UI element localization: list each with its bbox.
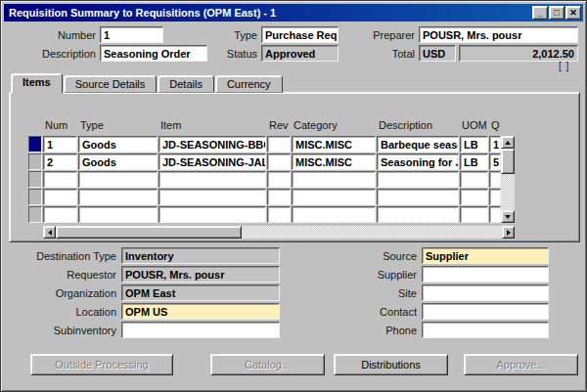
column-header-type: Type [80, 119, 104, 131]
type-field[interactable]: Purchase Req [261, 26, 339, 43]
cell-category[interactable]: MISC.MISC [292, 153, 376, 170]
cell-num[interactable] [43, 171, 77, 188]
cell-quantity[interactable]: 5 [489, 153, 501, 170]
cell-rev[interactable] [267, 171, 291, 188]
horizontal-scroll-track[interactable] [242, 226, 502, 239]
status-field: Approved [261, 45, 339, 62]
scroll-up-icon[interactable] [501, 136, 515, 149]
description-field[interactable]: Seasoning Order [100, 45, 207, 62]
subinventory-field[interactable] [121, 322, 280, 338]
cell-type[interactable]: Goods [78, 153, 158, 170]
cell-uom[interactable] [460, 189, 488, 205]
row-selector[interactable] [28, 171, 42, 188]
location-field[interactable]: OPM US [121, 303, 280, 320]
contact-label: Contact [314, 306, 417, 318]
cell-num[interactable]: 2 [43, 153, 77, 170]
total-amount-field: 2,012.50 [459, 45, 578, 62]
close-icon[interactable]: ✕ [565, 6, 581, 20]
cell-category[interactable]: MISC.MISC [292, 136, 376, 152]
row-selector[interactable] [28, 206, 42, 223]
cell-item[interactable]: JD-SEASONING-JALAP [158, 153, 266, 170]
cell-num[interactable] [43, 189, 77, 205]
cell-uom[interactable] [460, 206, 488, 223]
preparer-field[interactable]: POUSR, Mrs. pousr [419, 26, 578, 43]
tab-strip: Items Source Details Details Currency [11, 72, 284, 93]
vertical-scroll-track[interactable] [501, 174, 515, 210]
vertical-scrollbar[interactable] [501, 136, 515, 223]
distributions-button[interactable]: Distributions [334, 354, 448, 375]
cell-category[interactable] [292, 171, 376, 188]
row-selector[interactable] [28, 153, 42, 170]
cell-category[interactable] [292, 206, 376, 223]
cell-type[interactable] [78, 189, 158, 205]
number-field[interactable]: 1 [100, 26, 163, 43]
cell-description[interactable]: Seasoning for Jalapen [377, 153, 459, 170]
cell-rev[interactable] [267, 153, 291, 170]
cell-rev[interactable] [267, 136, 291, 152]
window-titlebar[interactable]: Requisition Summary to Requisitions (OPM… [4, 4, 583, 22]
source-label: Source [314, 250, 417, 262]
destination-type-field: Inventory [121, 247, 280, 264]
requestor-label: Requestor [16, 269, 116, 281]
site-field[interactable] [422, 284, 549, 301]
cell-rev[interactable] [267, 206, 291, 223]
minimize-icon[interactable]: _ [532, 6, 548, 20]
vertical-scroll-thumb[interactable] [501, 149, 515, 174]
cell-item[interactable] [158, 171, 266, 188]
catalog-button: Catalog... [210, 354, 325, 375]
total-label: Total [341, 48, 415, 60]
cell-num[interactable] [43, 206, 77, 223]
scroll-down-icon[interactable] [501, 210, 515, 223]
site-label: Site [314, 287, 417, 299]
cell-type[interactable] [78, 171, 158, 188]
column-header-num: Num [45, 119, 68, 131]
cell-uom[interactable] [460, 171, 488, 188]
cell-num[interactable]: 1 [43, 136, 77, 152]
row-selector[interactable] [28, 189, 42, 205]
cell-item[interactable]: JD-SEASONING-BBQ [158, 136, 266, 152]
cell-description[interactable]: Barbeque seasoning [377, 136, 459, 152]
cell-quantity[interactable]: 1 [489, 136, 501, 152]
phone-field[interactable] [422, 322, 549, 338]
cell-type[interactable] [78, 206, 158, 223]
cell-category[interactable] [292, 189, 376, 205]
type-label: Type [197, 29, 257, 41]
column-header-item: Item [160, 119, 181, 131]
scroll-right-icon[interactable] [502, 226, 515, 239]
scroll-left-icon[interactable] [43, 226, 56, 239]
cell-description[interactable] [377, 189, 459, 205]
phone-label: Phone [314, 325, 417, 336]
cell-description[interactable] [377, 206, 459, 223]
organization-label: Organization [16, 287, 116, 299]
tab-source-details[interactable]: Source Details [64, 75, 158, 93]
cell-quantity[interactable] [489, 206, 501, 223]
contact-field[interactable] [422, 303, 549, 320]
cell-rev[interactable] [267, 189, 291, 205]
tab-details[interactable]: Details [158, 75, 214, 93]
horizontal-scroll-thumb[interactable] [56, 226, 242, 239]
cell-quantity[interactable] [489, 171, 501, 188]
subinventory-label: Subinventory [16, 325, 116, 336]
cell-type[interactable]: Goods [78, 136, 158, 152]
supplier-field[interactable] [422, 266, 549, 283]
requestor-field: POUSR, Mrs. pousr [121, 266, 280, 283]
resize-marks-icon: [ ] [559, 61, 569, 71]
total-currency-field: USD [419, 45, 456, 62]
source-field[interactable]: Supplier [422, 247, 549, 264]
window-controls: _ □ ✕ [532, 6, 581, 20]
tab-items[interactable]: Items [11, 73, 63, 94]
description-label: Description [19, 48, 96, 60]
cell-uom[interactable]: LB [460, 136, 488, 152]
horizontal-scrollbar[interactable] [43, 226, 515, 239]
cell-uom[interactable]: LB [460, 153, 488, 170]
cell-quantity[interactable] [489, 189, 501, 205]
tab-currency[interactable]: Currency [215, 75, 283, 93]
maximize-icon[interactable]: □ [549, 6, 564, 20]
row-selector[interactable] [28, 136, 42, 152]
cell-description[interactable] [377, 171, 459, 188]
cell-item[interactable] [158, 189, 266, 205]
supplier-label: Supplier [314, 269, 417, 281]
cell-item[interactable] [158, 206, 266, 223]
requisition-summary-window: Requisition Summary to Requisitions (OPM… [0, 0, 587, 392]
organization-field: OPM East [121, 284, 280, 301]
